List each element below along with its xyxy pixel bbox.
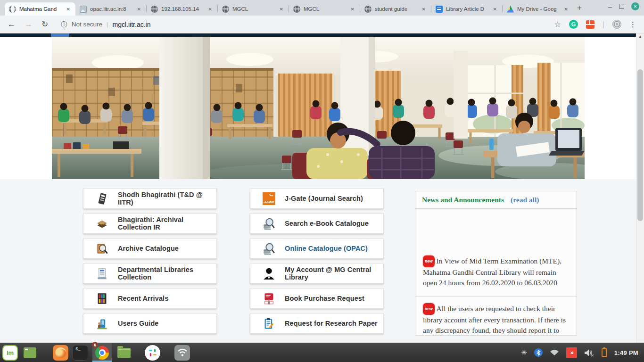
news-item-text: In View of Mid Term Examination (MTE), M… — [423, 257, 561, 287]
link-users-guide[interactable]: Users Guide — [83, 313, 217, 334]
read-all-link[interactable]: (read all) — [511, 196, 539, 204]
security-label: Not secure — [72, 21, 102, 28]
news-item: newAll the users are requested to check … — [415, 296, 577, 336]
link-book-purchase[interactable]: Book Purchase Request — [250, 288, 384, 309]
browser-tab-strip: Mahatma Gand ✕ opac.iitr.ac.in:8 ✕ 192.1… — [0, 0, 644, 16]
tab-close-icon[interactable]: ✕ — [279, 7, 284, 12]
catalogue-search-icon — [263, 217, 275, 230]
tab-close-icon[interactable]: ✕ — [66, 7, 71, 12]
link-label: Search e-Book Catalogue — [285, 220, 369, 227]
tab-title: Mahatma Gand — [19, 6, 62, 12]
globe-favicon — [151, 6, 158, 13]
volume-muted-icon[interactable] — [584, 349, 594, 357]
terminal-icon[interactable]: $_ — [73, 345, 88, 361]
image-placeholder-favicon — [80, 6, 87, 13]
chrome-window-count-badge: 6 — [92, 342, 98, 348]
info-icon[interactable]: ⓘ — [61, 20, 67, 29]
url-text[interactable]: mgcl.iitr.ac.in — [113, 21, 151, 28]
file-manager-icon[interactable] — [116, 345, 132, 361]
link-ebook-catalogue[interactable]: Search e-Book Catalogue — [250, 213, 384, 234]
scrollbar-up-arrow-icon[interactable]: ▲ — [636, 34, 644, 39]
tab-close-icon[interactable]: ✕ — [563, 7, 569, 12]
bookmark-star-icon[interactable]: ☆ — [554, 20, 561, 29]
new-badge: new — [423, 255, 435, 267]
new-tab-button[interactable]: + — [573, 2, 586, 14]
restore-button[interactable] — [619, 4, 624, 9]
red-book-icon — [263, 292, 275, 305]
chrome-taskbar-button[interactable]: 6 — [92, 343, 112, 362]
firefox-icon[interactable] — [53, 345, 68, 361]
library-photo — [52, 37, 585, 179]
link-label: Book Purchase Request — [285, 295, 364, 302]
tab-close-icon[interactable]: ✕ — [492, 7, 498, 12]
link-archive-catalogue[interactable]: Archive Catalogue — [83, 238, 217, 259]
window-controls: – ✕ — [608, 2, 639, 10]
site-navbar-edge — [0, 33, 636, 37]
book-magnifier-icon — [96, 242, 108, 255]
browser-toolbar: ← → ↻ ⓘ Not secure | mgcl.iitr.ac.in ☆ G… — [0, 16, 644, 33]
back-icon[interactable]: ← — [8, 20, 16, 29]
news-spacer — [415, 209, 577, 255]
page-scrollbar[interactable]: ▲ — [636, 33, 644, 343]
tab-close-icon[interactable]: ✕ — [350, 7, 355, 12]
forward-icon[interactable]: → — [25, 20, 33, 29]
slack-pinwheel-glyph — [149, 349, 157, 356]
link-label: Archive Catalogue — [118, 245, 179, 252]
show-desktop-icon[interactable] — [22, 345, 38, 361]
terminal-prompt: $_ — [75, 347, 81, 352]
chrome-icon — [95, 346, 109, 360]
clipboard-pencil-icon — [263, 317, 275, 330]
tab-close-icon[interactable]: ✕ — [136, 7, 142, 12]
tab-student-guide[interactable]: student guide ✕ — [360, 2, 431, 16]
link-label: Online Catalogue (OPAC) — [285, 245, 368, 252]
tab-title: student guide — [375, 6, 418, 12]
link-label: Departmental Libraries Collection — [118, 266, 216, 281]
tab-close-icon[interactable]: ✕ — [421, 7, 427, 12]
mint-menu-icon[interactable]: lm — [2, 345, 18, 361]
taskbar-launchers: lm $_ 6 — [0, 343, 190, 362]
extension-icon-orange[interactable] — [586, 20, 594, 29]
reload-icon[interactable]: ↻ — [41, 19, 48, 29]
link-recent-arrivals[interactable]: Recent Arrivals — [83, 288, 217, 309]
link-my-account[interactable]: My Account @ MG Central Library — [250, 263, 384, 284]
page-viewport: J-Gate Shodh Bhagirathi (T&D @ IITR) Bha… — [0, 33, 644, 343]
link-shodh-bhagirathi[interactable]: Shodh Bhagirathi (T&D @ IITR) — [83, 188, 217, 209]
minimize-button[interactable]: – — [608, 4, 612, 9]
slack-icon[interactable] — [145, 345, 160, 361]
bookshelf-icon — [96, 292, 108, 305]
globe-favicon — [364, 6, 372, 13]
news-header: News and Announcements (read all) — [415, 191, 577, 209]
network-tray-icon[interactable] — [550, 349, 559, 356]
network-app-icon[interactable] — [174, 345, 190, 361]
url-separator: | — [107, 21, 108, 28]
tab-my-drive[interactable]: My Drive - Goog ✕ — [503, 2, 573, 16]
anydesk-icon[interactable]: » — [566, 347, 577, 358]
link-jgate[interactable]: J-Gate (Journal Search) — [250, 188, 384, 209]
bluetooth-glyph — [536, 350, 541, 356]
tab-mahatma-gandhi[interactable]: Mahatma Gand ✕ — [5, 2, 75, 16]
link-research-paper[interactable]: Request for Research Paper — [250, 313, 384, 334]
slack-tray-icon[interactable]: ✳ — [521, 348, 527, 357]
link-archival-collection[interactable]: Bhagirathi: Archival Collection IR — [83, 213, 217, 234]
address-bar[interactable]: ⓘ Not secure | mgcl.iitr.ac.in — [61, 20, 545, 29]
tab-library-article[interactable]: Library Article D ✕ — [431, 2, 502, 16]
scrollbar-thumb[interactable] — [637, 69, 643, 221]
taskbar-clock[interactable]: 1:49 PM — [614, 349, 638, 356]
link-departmental-libraries[interactable]: Departmental Libraries Collection — [83, 263, 217, 284]
extension-icon-round[interactable] — [612, 20, 621, 29]
link-opac[interactable]: Online Catalogue (OPAC) — [250, 238, 384, 259]
tab-mgcl-1[interactable]: MGCL ✕ — [218, 2, 289, 16]
link-label: J-Gate (Journal Search) — [285, 195, 363, 202]
tab-close-icon[interactable]: ✕ — [207, 7, 213, 12]
window-close-button[interactable]: ✕ — [631, 2, 639, 10]
tab-opac[interactable]: opac.iitr.ac.in:8 ✕ — [75, 2, 146, 16]
firefox-glyph — [55, 347, 66, 358]
desktop-pane — [24, 347, 36, 358]
tab-ip-address[interactable]: 192.168.105.14 ✕ — [147, 2, 217, 16]
link-label: My Account @ MG Central Library — [285, 266, 383, 281]
battery-icon[interactable] — [602, 348, 607, 357]
chrome-menu-icon[interactable]: ⋮ — [629, 20, 636, 29]
tab-mgcl-2[interactable]: MGCL ✕ — [289, 2, 360, 16]
grammarly-extension-icon[interactable]: G — [569, 20, 578, 29]
bluetooth-icon[interactable] — [534, 348, 543, 357]
